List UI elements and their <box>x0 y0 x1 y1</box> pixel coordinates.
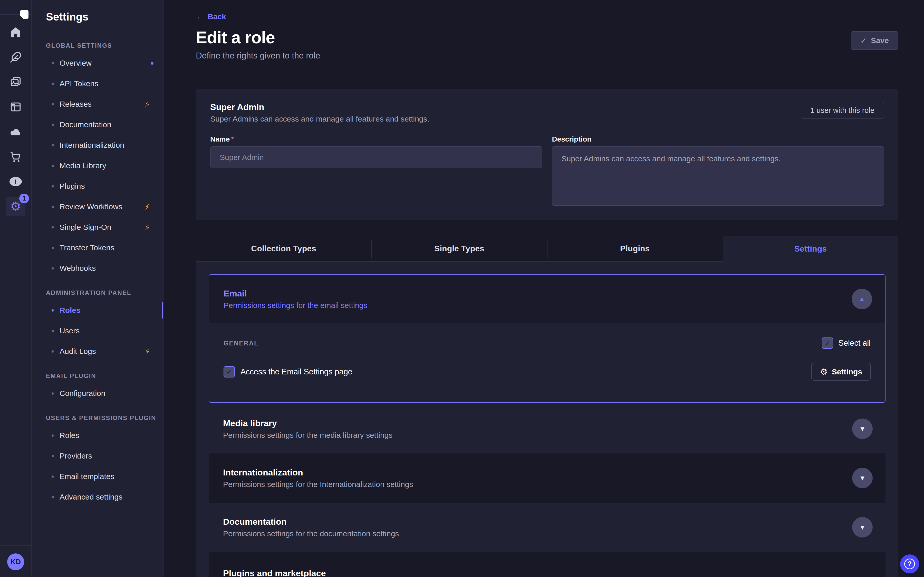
sidebar-item-single-sign-on[interactable]: Single Sign-On ⚡ <box>32 217 163 237</box>
sidebar-item-label: Media Library <box>60 161 106 170</box>
accordion-title: Plugins and marketplace <box>223 568 885 577</box>
accordion-subtitle: Permissions settings for the Internation… <box>223 480 885 489</box>
content-type-builder-nav-button[interactable] <box>3 94 28 119</box>
select-all-checkbox[interactable]: ✓ <box>822 337 833 349</box>
expand-accordion-button[interactable]: ▼ <box>852 517 873 538</box>
sidebar-item-label: Advanced settings <box>60 493 123 501</box>
rail-icons: i ⚙ 1 <box>3 20 28 219</box>
sidebar-item-webhooks[interactable]: Webhooks <box>32 258 163 279</box>
select-all-label: Select all <box>838 338 871 348</box>
page-subtitle: Define the rights given to the role <box>196 51 898 61</box>
help-button[interactable]: ? <box>900 554 919 574</box>
accordion-title: Documentation <box>223 517 885 527</box>
images-icon <box>10 76 21 88</box>
deploy-nav-button[interactable] <box>3 119 28 144</box>
bullet-icon <box>52 62 54 64</box>
settings-nav-button[interactable]: ⚙ 1 <box>3 194 28 219</box>
check-icon: ✓ <box>824 339 830 348</box>
accordion-plugins-marketplace[interactable]: Plugins and marketplace <box>209 552 885 577</box>
bullet-icon <box>52 434 54 437</box>
back-button[interactable]: ← Back <box>196 12 226 21</box>
back-label: Back <box>208 12 226 21</box>
sidebar-item-providers[interactable]: Providers <box>32 446 163 466</box>
description-textarea[interactable]: Super Admins can access and manage all f… <box>552 147 884 206</box>
sidebar-item-internationalization[interactable]: Internationalization <box>32 135 163 155</box>
main-content: ← Back Edit a role Define the rights giv… <box>163 0 924 577</box>
permission-settings-button[interactable]: ⚙ Settings <box>811 363 871 380</box>
media-library-nav-button[interactable] <box>3 69 28 94</box>
sidebar-item-api-tokens[interactable]: API Tokens <box>32 73 163 94</box>
sidebar-item-transfer-tokens[interactable]: Transfer Tokens <box>32 237 163 258</box>
bullet-icon <box>52 392 54 395</box>
accordion-internationalization[interactable]: Internationalization Permissions setting… <box>209 453 885 503</box>
sidebar-item-configuration[interactable]: Configuration <box>32 383 163 404</box>
sidebar-title: Settings <box>46 11 163 23</box>
check-icon: ✓ <box>860 36 867 45</box>
notification-badge: 1 <box>19 193 29 203</box>
bullet-icon <box>52 124 54 126</box>
sidebar-item-email-templates[interactable]: Email templates <box>32 466 163 487</box>
sidebar-item-media-library[interactable]: Media Library <box>32 155 163 176</box>
name-field-group: Name* <box>210 135 542 206</box>
users-with-role-button[interactable]: 1 user with this role <box>801 102 884 118</box>
sidebar-item-audit-logs[interactable]: Audit Logs ⚡ <box>32 341 163 362</box>
permission-label: Access the Email Settings page <box>241 367 352 376</box>
info-nav-button[interactable]: i <box>3 169 28 194</box>
sidebar-item-users[interactable]: Users <box>32 321 163 341</box>
sidebar-item-plugins[interactable]: Plugins <box>32 176 163 197</box>
sidebar-item-roles-active[interactable]: Roles <box>32 300 163 321</box>
sidebar-item-review-workflows[interactable]: Review Workflows ⚡ <box>32 197 163 217</box>
sidebar-item-up-roles[interactable]: Roles <box>32 425 163 446</box>
section-email-plugin: EMAIL PLUGIN Configuration <box>32 372 163 404</box>
sidebar-item-label: Internationalization <box>60 141 124 150</box>
permissions-tabs: Collection Types Single Types Plugins Se… <box>196 236 898 261</box>
accordion-media-library[interactable]: Media library Permissions settings for t… <box>209 404 885 453</box>
shopping-cart-icon <box>10 151 21 163</box>
sidebar-item-releases[interactable]: Releases ⚡ <box>32 94 163 114</box>
question-mark-icon: ? <box>904 559 915 569</box>
sidebar-item-advanced-settings[interactable]: Advanced settings <box>32 487 163 507</box>
tab-settings[interactable]: Settings <box>723 236 898 261</box>
accordion-email-body: GENERAL ✓ Select all ✓ Access the <box>209 323 885 402</box>
expand-accordion-button[interactable]: ▼ <box>852 468 873 488</box>
bullet-icon <box>52 144 54 147</box>
collapse-accordion-button[interactable]: ▲ <box>851 289 872 309</box>
sidebar-item-overview[interactable]: Overview <box>32 53 163 73</box>
accordion-subtitle: Permissions settings for the email setti… <box>224 301 367 310</box>
sidebar-item-documentation[interactable]: Documentation <box>32 114 163 135</box>
content-manager-nav-button[interactable] <box>3 45 28 69</box>
name-label: Name* <box>210 135 234 143</box>
tab-single-types[interactable]: Single Types <box>372 236 547 261</box>
page-title: Edit a role <box>196 28 898 47</box>
info-icon: i <box>10 177 22 186</box>
chevron-down-icon: ▼ <box>859 474 866 482</box>
save-button[interactable]: ✓ Save <box>851 31 898 50</box>
expand-accordion-button[interactable]: ▼ <box>852 419 873 439</box>
user-avatar[interactable]: KD <box>7 553 24 571</box>
home-nav-button[interactable] <box>3 20 28 45</box>
tab-plugins[interactable]: Plugins <box>547 236 723 261</box>
accordion-email-header[interactable]: Email Permissions settings for the email… <box>209 275 885 323</box>
sidebar-item-label: Users <box>60 326 79 335</box>
accordion-title: Email <box>224 288 367 298</box>
sidebar-item-label: Single Sign-On <box>60 223 111 232</box>
bullet-icon <box>52 247 54 249</box>
chevron-down-icon: ▼ <box>859 425 866 433</box>
accordion-email-expanded: Email Permissions settings for the email… <box>209 274 885 403</box>
section-label: GLOBAL SETTINGS <box>46 42 163 49</box>
bullet-icon <box>52 330 54 332</box>
sidebar-item-label: Plugins <box>60 182 85 190</box>
bullet-icon <box>52 267 54 269</box>
marketplace-nav-button[interactable] <box>3 144 28 169</box>
settings-permissions-panel: Email Permissions settings for the email… <box>196 261 898 577</box>
accordion-documentation[interactable]: Documentation Permissions settings for t… <box>209 503 885 552</box>
name-input[interactable] <box>210 147 542 168</box>
tab-collection-types[interactable]: Collection Types <box>196 236 372 261</box>
bullet-icon <box>52 350 54 353</box>
lightning-icon: ⚡ <box>144 100 150 109</box>
section-divider <box>269 343 811 343</box>
sidebar-item-label: Webhooks <box>60 264 96 272</box>
gear-icon: ⚙ <box>10 200 21 213</box>
email-settings-checkbox[interactable]: ✓ <box>224 366 235 377</box>
lightning-icon: ⚡ <box>144 223 150 232</box>
